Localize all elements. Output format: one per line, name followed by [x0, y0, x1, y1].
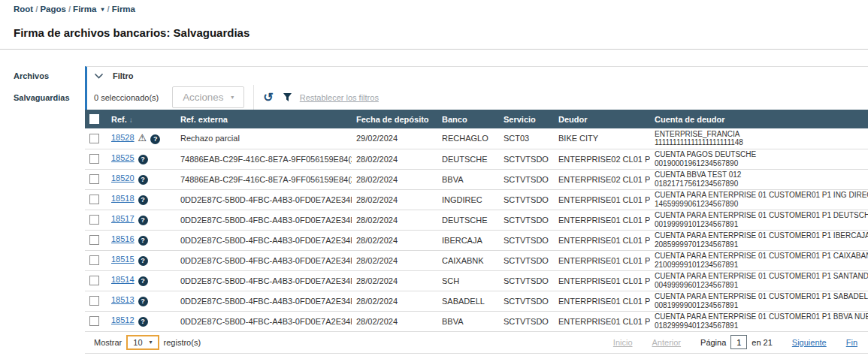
cell-date: 28/02/2024	[352, 291, 437, 311]
cell-date: 28/02/2024	[352, 270, 437, 291]
help-icon[interactable]: ?	[138, 317, 148, 327]
breadcrumb-item-pagos[interactable]: Pagos	[40, 5, 66, 14]
account-line-2: 20859999701234567891	[655, 240, 863, 249]
sidebar-item-salvaguardias[interactable]: Salvaguardias	[14, 93, 85, 102]
cell-date: 28/02/2024	[352, 311, 437, 331]
row-checkbox[interactable]	[89, 215, 99, 225]
cell-service: SCTVTSDO	[499, 189, 554, 210]
breadcrumb-item-root[interactable]: Root	[14, 5, 33, 14]
ref-link[interactable]: 18518	[111, 194, 135, 203]
account-line-1: CUENTA PARA ENTERPRISE 01 CUSTOMER01 P1 …	[655, 292, 863, 301]
row-checkbox[interactable]	[89, 255, 99, 265]
help-icon[interactable]: ?	[138, 256, 148, 266]
breadcrumb-caret-icon[interactable]: ▾	[101, 6, 104, 13]
cell-account: CUENTA BBVA TEST 012 0182171756123456789…	[650, 169, 868, 189]
chevron-down-icon[interactable]	[94, 73, 104, 80]
row-checkbox[interactable]	[89, 154, 99, 164]
cell-account: CUENTA PAGOS DEUTSCHE 001900019612345678…	[650, 149, 868, 169]
column-header-ref-externa[interactable]: Ref. externa	[176, 110, 352, 128]
column-header-banco[interactable]: Banco	[437, 110, 499, 128]
column-header-cuenta[interactable]: Cuenta de deudor	[650, 110, 868, 128]
ref-link[interactable]: 18520	[111, 173, 135, 183]
ref-link[interactable]: 18515	[111, 255, 135, 264]
pagination-last[interactable]: Fin	[846, 338, 857, 347]
account-line-2: 00199999101234567891	[655, 220, 863, 229]
account-line-2: 00819999001234567891	[655, 301, 863, 310]
row-checkbox[interactable]	[89, 276, 99, 285]
cell-account: CUENTA PARA ENTERPRISE 01 CUSTOMER01 P1 …	[650, 230, 868, 250]
table-row: 18517? 0DD2E87C-5B0D-4FBC-A4B3-0FD0E7A2E…	[85, 210, 868, 230]
ref-link[interactable]: 18525	[111, 153, 135, 162]
cell-debtor: ENTERPRISE01 CL01 P01	[554, 250, 650, 270]
breadcrumb-separator: /	[35, 5, 38, 14]
help-icon[interactable]: ?	[138, 236, 148, 246]
cell-external: 0DD2E87C-5B0D-4FBC-A4B3-0FD0E7A2E34F(850…	[176, 230, 352, 250]
help-icon[interactable]: ?	[138, 195, 148, 205]
ref-link[interactable]: 18512	[111, 315, 135, 324]
warning-icon: ⚠	[138, 132, 147, 143]
breadcrumb-separator: /	[107, 5, 109, 14]
breadcrumb-current: Firma	[112, 5, 135, 14]
cell-date: 28/02/2024	[352, 250, 437, 270]
help-icon[interactable]: ?	[138, 216, 148, 225]
ref-link[interactable]: 18513	[111, 295, 135, 304]
pagination-first[interactable]: Inicio	[613, 338, 633, 347]
sidebar-item-archivos[interactable]: Archivos	[14, 71, 85, 80]
cell-bank: BBVA	[437, 311, 499, 331]
breadcrumb-item-firma[interactable]: Firma	[73, 5, 96, 14]
row-checkbox[interactable]	[89, 235, 99, 245]
sidebar: Archivos Salvaguardias	[0, 66, 85, 354]
ref-link[interactable]: 18517	[111, 214, 135, 223]
page-label: Página	[700, 338, 726, 347]
account-line-1: ENTERPRISE_FRANCIA	[655, 130, 863, 139]
account-line-1: CUENTA PARA ENTERPRISE 01 CUSTOMER01 P1 …	[655, 211, 863, 220]
table-footer: Mostrar 10 ▾ registro(s) Inicio Anterior…	[85, 332, 868, 354]
cell-date: 28/02/2024	[352, 149, 437, 169]
column-header-fecha[interactable]: Fecha de depósito	[352, 110, 437, 128]
row-checkbox[interactable]	[89, 316, 99, 326]
cell-service: SCTVTSDO	[499, 169, 554, 189]
account-line-2: 01829999401234567891	[655, 321, 863, 330]
cell-bank: DEUTSCHE	[437, 210, 499, 230]
select-all-checkbox[interactable]	[89, 114, 99, 124]
refresh-icon[interactable]: ↺	[263, 92, 273, 104]
cell-bank: SABADELL	[437, 291, 499, 311]
cell-account: ENTERPRISE_FRANCIA 111111111111111111111…	[650, 128, 868, 149]
cell-service: SCTVTSDO	[499, 270, 554, 291]
row-checkbox[interactable]	[89, 134, 99, 143]
pagination-prev[interactable]: Anterior	[652, 338, 682, 347]
pagination-next[interactable]: Siguiente	[792, 338, 827, 347]
page-size-select[interactable]: 10 ▾	[126, 335, 159, 350]
help-icon[interactable]: ?	[150, 134, 160, 144]
ref-link[interactable]: 18528	[111, 133, 135, 142]
account-line-2: 01821717561234567890	[655, 179, 863, 189]
help-icon[interactable]: ?	[138, 297, 148, 306]
actions-button[interactable]: Acciones ▾	[172, 86, 244, 108]
cell-debtor: ENTERPRISE02 CL01 P02	[554, 169, 650, 189]
row-checkbox[interactable]	[89, 195, 99, 204]
table-row: 18512? 0DD2E87C-5B0D-4FBC-A4B3-0FD0E7A2E…	[85, 311, 868, 331]
column-header-deudor[interactable]: Deudor	[554, 110, 650, 128]
column-header-servicio[interactable]: Servicio	[499, 110, 554, 128]
ref-link[interactable]: 18514	[111, 275, 135, 284]
help-icon[interactable]: ?	[138, 276, 148, 286]
cell-account: CUENTA PARA ENTERPRISE 01 CUSTOMER01 P1 …	[650, 291, 868, 311]
cell-debtor: ENTERPRISE01 CL01 P01	[554, 270, 650, 291]
account-line-1: CUENTA PARA ENTERPRISE 01 CUSTOMER01 P1 …	[655, 272, 863, 281]
row-checkbox[interactable]	[89, 296, 99, 306]
filter-funnel-icon[interactable]	[283, 92, 292, 102]
reset-filters-link[interactable]: Restablecer los filtros	[300, 93, 379, 102]
filter-section-header[interactable]: Filtro	[87, 67, 868, 85]
page-number-input[interactable]	[730, 335, 747, 349]
caret-down-icon: ▾	[150, 339, 153, 345]
cell-date: 28/02/2024	[352, 210, 437, 230]
cell-external: 0DD2E87C-5B0D-4FBC-A4B3-0FD0E7A2E34F(852…	[176, 189, 352, 210]
row-checkbox[interactable]	[89, 174, 99, 184]
help-icon[interactable]: ?	[138, 175, 148, 185]
ref-link[interactable]: 18516	[111, 234, 135, 243]
filter-toolbar-panel: Filtro 0 seleccionado(s) Acciones ▾ ↺ Re…	[85, 66, 868, 110]
help-icon[interactable]: ?	[138, 155, 148, 164]
caret-down-icon: ▾	[231, 94, 234, 101]
column-header-ref[interactable]: Ref.↓	[107, 110, 176, 128]
cell-service: SCTVTSDO	[499, 210, 554, 230]
